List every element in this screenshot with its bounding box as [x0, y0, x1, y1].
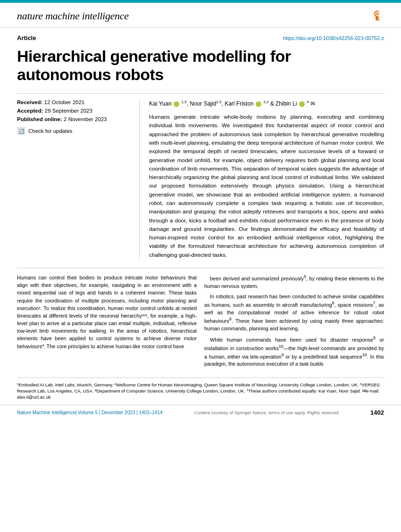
published-label: Published online: [17, 116, 62, 122]
doi-link[interactable]: https://doi.org/10.1038/s42256-023-00752… [283, 35, 384, 41]
orcid-icon-2 [256, 101, 261, 107]
body-section: Humans can control their bodies to produ… [17, 268, 384, 371]
body-right-para1: been derived and summarized previously5,… [204, 274, 384, 290]
abstract-text: Humans generate intricate whole-body mot… [149, 113, 384, 259]
journal-title: nature machine intelligence [17, 10, 129, 22]
check-updates-row[interactable]: 🔄 Check for updates [17, 127, 132, 135]
received-label: Received: [17, 99, 42, 105]
published-date: 2 November 2023 [64, 116, 107, 122]
orcid-icon-3 [299, 101, 305, 107]
received-item: Received: 12 October 2021 [17, 99, 132, 108]
check-updates-icon: 🔄 [17, 127, 25, 135]
footer-journal-name: Nature Machine Intelligence [17, 410, 75, 415]
footer-page-number: 1402 [370, 409, 384, 416]
body-right-para2: In robotics, past research has been cond… [204, 293, 384, 332]
authors-line: Kai Yuan 1,5, Noor Sajid2,5, Karl Fristo… [149, 99, 384, 113]
article-title: Hierarchical generative modelling for au… [17, 43, 384, 93]
body-left-text: Humans can control their bodies to produ… [17, 274, 197, 350]
footer-journal-info: Nature Machine Intelligence| Volume 5 | … [17, 410, 163, 415]
page-footer: Nature Machine Intelligence| Volume 5 | … [0, 405, 401, 419]
right-content-col: Kai Yuan 1,5, Noor Sajid2,5, Karl Fristo… [149, 99, 384, 259]
left-metadata-col: Received: 12 October 2021 Accepted: 29 S… [17, 99, 140, 259]
body-right-col: been derived and summarized previously5,… [204, 274, 384, 371]
body-left-col: Humans can control their bodies to produ… [17, 274, 197, 371]
main-two-col: Received: 12 October 2021 Accepted: 29 S… [17, 93, 384, 259]
published-item: Published online: 2 November 2023 [17, 116, 132, 125]
check-updates-label: Check for updates [28, 128, 72, 134]
footnotes-text: ¹Embodied AI Lab, Intel Labs, Munich, Ge… [17, 382, 380, 400]
body-right-para3: While human commands have been used for … [204, 335, 384, 368]
article-type-label: Article [17, 34, 36, 41]
accepted-label: Accepted: [17, 108, 43, 114]
open-access-icon [371, 9, 384, 23]
footnotes-area: ¹Embodied AI Lab, Intel Labs, Munich, Ge… [17, 377, 384, 401]
article-meta-top: Article https://doi.org/10.1038/s42256-0… [17, 28, 384, 43]
footer-volume: | Volume 5 | December 2023 | 1402–1414 [75, 410, 163, 415]
footer-copyright: Content courtesy of Springer Nature, ter… [194, 410, 339, 415]
content-area: Article https://doi.org/10.1038/s42256-0… [0, 28, 401, 400]
accepted-item: Accepted: 29 September 2023 [17, 108, 132, 116]
page-header: nature machine intelligence [0, 3, 401, 28]
accepted-date: 29 September 2023 [45, 108, 92, 114]
body-two-col: Humans can control their bodies to produ… [17, 274, 384, 371]
orcid-icon-1 [174, 101, 179, 107]
received-date: 12 October 2021 [44, 99, 85, 105]
